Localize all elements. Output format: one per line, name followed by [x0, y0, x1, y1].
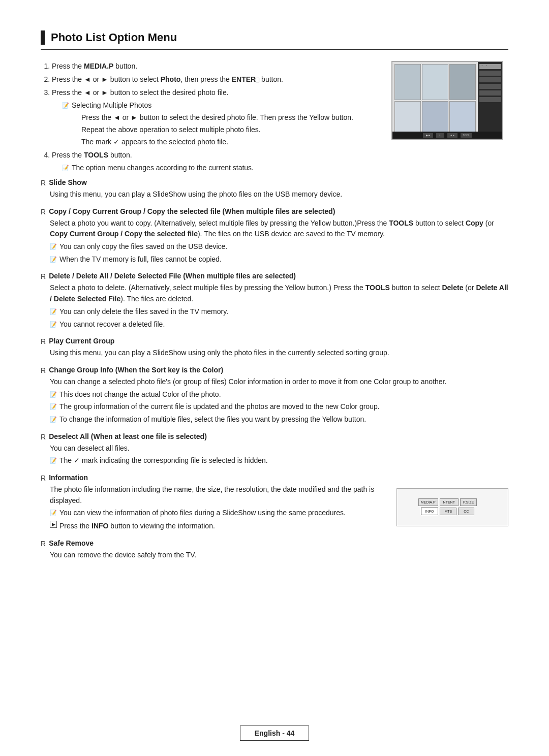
steps-col: Press the MEDIA.P button. Press the ◄ or…	[41, 61, 381, 178]
remote-row-2: INFO MTS CC	[421, 508, 484, 515]
section-info-title: Information	[49, 474, 88, 482]
info-note-press-text: Press the INFO button to viewing the inf…	[59, 521, 215, 532]
bullet-delete: R	[41, 272, 46, 280]
section-slide-show-body: Using this menu, you can play a SlideSho…	[50, 189, 508, 200]
section-slide-show-header: R Slide Show	[41, 178, 508, 187]
info-bold: INFO	[92, 522, 108, 530]
step3-note: 📝 Selecting Multiple Photos Press the ◄ …	[62, 100, 381, 147]
section-copy-title: Copy / Copy Current Group / Copy the sel…	[49, 207, 335, 215]
section-deselect-all: R Deselect All (When at least one file i…	[41, 432, 508, 466]
copy-note-icon-1: 📝	[50, 242, 57, 251]
deselect-note-text: The ✓ mark indicating the corresponding …	[59, 455, 268, 466]
page-title: Photo List Option Menu	[51, 31, 177, 44]
section-copy-body: Select a photo you want to copy. (Altern…	[50, 218, 508, 265]
remote-row-1: MEDIA.P NTENT P.SIZE	[418, 498, 486, 506]
section-play-group: R Play Current Group Using this menu, yo…	[41, 337, 508, 359]
cg-note-icon-2: 📝	[50, 402, 57, 411]
tv-screenshot-col: ▶■ ↑↓ ◄► TOOL • •	[391, 61, 508, 178]
tv-screenshot: ▶■ ↑↓ ◄► TOOL • •	[391, 61, 503, 140]
step3-sub-note-1-text: Press the ◄ or ► button to select the de…	[81, 112, 353, 123]
page-content: Photo List Option Menu Press the MEDIA.P…	[0, 0, 549, 608]
title-bar-decoration	[41, 30, 45, 45]
remote-image: MEDIA.P NTENT P.SIZE INFO MTS CC	[396, 488, 508, 526]
step-4: Press the TOOLS button. 📝 The option men…	[52, 150, 381, 173]
bullet-slide-show: R	[41, 179, 46, 187]
step3-sub-notes: Press the ◄ or ► button to select the de…	[81, 112, 381, 147]
change-group-note-3: 📝 To change the information of multiple …	[50, 414, 508, 425]
step4-note-text: The option menu changes according to the…	[72, 163, 254, 173]
change-group-note-2: 📝 The group information of the current f…	[50, 401, 508, 413]
section-safe-remove-title: Safe Remove	[49, 539, 94, 547]
step3-sub-note-2: Repeat the above operation to select mul…	[81, 124, 381, 135]
delete-note-text-1: You can only delete the files saved in t…	[59, 306, 228, 318]
bullet-change-group: R	[41, 366, 46, 374]
top-content: Press the MEDIA.P button. Press the ◄ or…	[41, 61, 508, 178]
step-2: Press the ◄ or ► button to select Photo,…	[52, 74, 381, 85]
section-deselect-body: You can deselect all files. 📝 The ✓ mark…	[50, 443, 508, 466]
delete-all-bold: Delete All / Delete Selected File	[50, 284, 508, 303]
remote-spacer-2	[476, 508, 484, 515]
remote-btn-psize: P.SIZE	[460, 498, 477, 506]
note-selecting-text: Selecting Multiple Photos	[72, 100, 151, 111]
note-pencil-icon: 📝	[62, 101, 69, 110]
note-selecting-title: 📝 Selecting Multiple Photos	[62, 100, 381, 111]
info-note-text-1: You can view the information of photo fi…	[59, 508, 346, 519]
remote-spacer	[478, 498, 486, 506]
section-info-content: The photo file information including the…	[41, 484, 508, 532]
copy-note-icon-2: 📝	[50, 255, 57, 264]
step3-sub-note-3: The mark ✓ appears to the selected photo…	[81, 137, 381, 147]
section-deselect-title: Deselect All (When at least one file is …	[49, 432, 207, 440]
copy-tools-bold: TOOLS	[389, 219, 413, 227]
delete-note-icon-1: 📝	[50, 307, 57, 316]
section-deselect-header: R Deselect All (When at least one file i…	[41, 432, 508, 441]
section-slide-show-title: Slide Show	[49, 178, 87, 186]
copy-group-bold: Copy Current Group / Copy the selected f…	[50, 230, 198, 238]
section-copy: R Copy / Copy Current Group / Copy the s…	[41, 207, 508, 265]
copy-copy-bold: Copy	[466, 219, 483, 227]
section-change-group-header: R Change Group Info (When the Sort key i…	[41, 366, 508, 374]
step4-bold: TOOLS	[84, 151, 108, 159]
section-copy-header: R Copy / Copy Current Group / Copy the s…	[41, 207, 508, 216]
page-footer: English - 44	[0, 726, 549, 741]
delete-tools-bold: TOOLS	[365, 284, 390, 292]
section-delete: R Delete / Delete All / Delete Selected …	[41, 272, 508, 330]
info-note-icon-1: 📝	[50, 509, 57, 517]
remote-btn-cc: CC	[458, 508, 474, 515]
remote-btn-mts: MTS	[440, 508, 456, 515]
cg-note-text-1: This does not change the actual Color of…	[59, 389, 221, 400]
section-safe-remove-header: R Safe Remove	[41, 539, 508, 548]
step4-note-line: 📝 The option menu changes according to t…	[62, 163, 381, 173]
remote-image-col: MEDIA.P NTENT P.SIZE INFO MTS CC	[396, 484, 508, 532]
bullet-safe-remove: R	[41, 540, 46, 548]
section-delete-header: R Delete / Delete All / Delete Selected …	[41, 272, 508, 280]
step3-sub-note-3-text: The mark ✓ appears to the selected photo…	[81, 137, 228, 147]
copy-note-1: 📝 You can only copy the files saved on t…	[50, 241, 508, 253]
delete-note-text-2: You cannot recover a deleted file.	[59, 319, 165, 330]
remote-btn-ntent: NTENT	[440, 498, 459, 506]
delete-note-1: 📝 You can only delete the files saved in…	[50, 306, 508, 318]
info-note-square-icon: ▶	[50, 521, 57, 528]
section-safe-remove: R Safe Remove You can remove the device …	[41, 539, 508, 561]
delete-note-2: 📝 You cannot recover a deleted file.	[50, 319, 508, 330]
section-info-body: The photo file information including the…	[50, 484, 386, 532]
delete-delete-bold: Delete	[442, 284, 463, 292]
section-play-group-header: R Play Current Group	[41, 337, 508, 345]
step-3: Press the ◄ or ► button to select the de…	[52, 87, 381, 147]
step3-sub-note-1: Press the ◄ or ► button to select the de…	[81, 112, 381, 123]
bullet-copy: R	[41, 208, 46, 216]
section-delete-body: Select a photo to delete. (Alternatively…	[50, 282, 508, 330]
section-information: R Information The photo file information…	[41, 474, 508, 532]
step2-bold-enter: ENTER⎕	[232, 75, 259, 83]
step3-sub-note-2-text: Repeat the above operation to select mul…	[81, 124, 261, 135]
cg-note-icon-3: 📝	[50, 415, 57, 424]
title-section: Photo List Option Menu	[41, 30, 508, 50]
section-change-group-title: Change Group Info (When the Sort key is …	[49, 366, 223, 374]
section-change-group: R Change Group Info (When the Sort key i…	[41, 366, 508, 425]
info-note-press: ▶ Press the INFO button to viewing the i…	[50, 521, 386, 532]
copy-note-text-2: When the TV memory is full, files cannot…	[59, 254, 222, 265]
section-info-header: R Information	[41, 474, 508, 482]
step4-note: 📝 The option menu changes according to t…	[62, 163, 381, 173]
copy-note-2: 📝 When the TV memory is full, files cann…	[50, 254, 508, 265]
copy-note-text-1: You can only copy the files saved on the…	[59, 241, 227, 253]
footer-box: English - 44	[240, 726, 310, 741]
